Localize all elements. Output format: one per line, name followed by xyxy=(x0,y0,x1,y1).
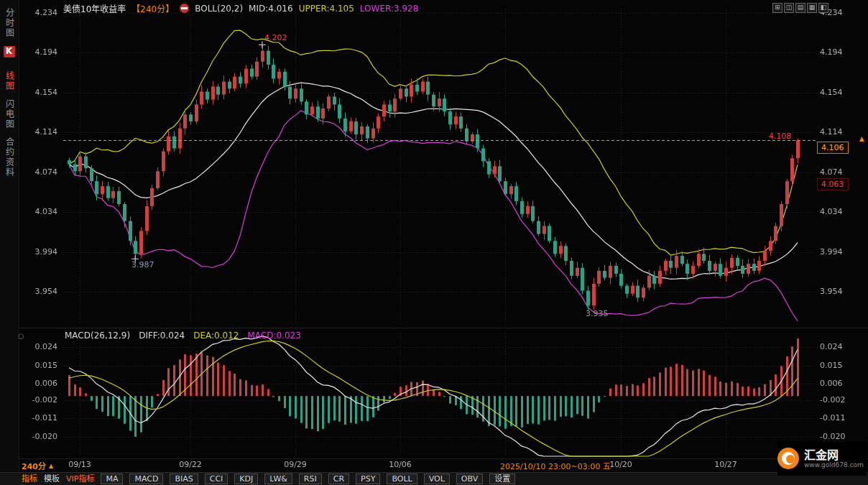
layout-left-icon[interactable]: ◧ xyxy=(818,3,828,13)
macd-dea-value: DEA:0.012 xyxy=(193,331,239,341)
tab-indicator[interactable]: 指标 xyxy=(22,474,37,484)
period-label: 240分 xyxy=(22,460,46,471)
sidebar-item-contract-info[interactable]: 合约资料 xyxy=(4,137,16,177)
tab-macd[interactable]: MACD xyxy=(129,474,163,484)
indicator-toolbar: 指标 模板 VIP指标 MA MACD BIAS CCI KDJ LW& RSI… xyxy=(0,472,868,485)
minus-circle-icon[interactable] xyxy=(180,4,189,13)
tab-cci[interactable]: CCI xyxy=(205,474,228,484)
y-axis-label: 4.074 xyxy=(820,167,863,177)
boll-mid-value: MID:4.016 xyxy=(249,4,293,14)
y-axis-label: 3.994 xyxy=(820,247,863,257)
high-annotation: 4.202 xyxy=(264,33,287,42)
x-axis-label: 09/22 xyxy=(175,460,206,469)
kline-badge: K xyxy=(4,46,15,57)
sidebar-item-label: 合约资料 xyxy=(4,137,14,177)
y-axis-label: 0.006 xyxy=(820,379,863,388)
price-chart-canvas[interactable] xyxy=(0,0,868,485)
macd-indicator-label: MACD(26,12,9) xyxy=(65,331,130,341)
sidebar-item-kline-chart[interactable]: K 线图 xyxy=(4,46,16,91)
y-axis-label: -0.020 xyxy=(820,432,863,441)
y-axis-label: -0.002 xyxy=(820,395,863,405)
y-axis-label: 4.194 xyxy=(820,47,863,57)
tab-boll[interactable]: BOLL xyxy=(387,474,417,484)
y-axis-label: 3.954 xyxy=(820,287,863,296)
x-axis: 240分 ▲ 09/13 09/22 09/29 10/06 10/20 10/… xyxy=(0,460,868,471)
tab-psy[interactable]: PSY xyxy=(356,474,380,484)
x-axis-label: 09/29 xyxy=(280,460,311,469)
tab-cr[interactable]: CR xyxy=(328,474,349,484)
symbol-title: 美债10年收益率 xyxy=(63,2,126,14)
crosshair-date-range: 2025/10/10 23:00~03:00 五 xyxy=(491,460,619,471)
price-arrow-icon: ▲ xyxy=(859,135,864,142)
tab-obv[interactable]: OBV xyxy=(456,474,483,484)
boll-lower-value: LOWER:3.928 xyxy=(360,4,419,14)
x-axis-label: 10/06 xyxy=(384,460,416,469)
period-tag: 【240分】 xyxy=(131,2,174,14)
huijin-logo-icon xyxy=(777,448,799,469)
boll-indicator-label: BOLL(20,2) xyxy=(195,4,243,14)
y-axis-label: 0.015 xyxy=(820,361,863,370)
sidebar-item-tick-chart[interactable]: 闪电图 xyxy=(4,99,16,129)
macd-header: MACD(26,12,9) DIFF:0.024 DEA:0.012 MACD:… xyxy=(65,331,301,341)
brand-text: 汇金网 www.gold678.com xyxy=(804,449,864,468)
y-axis-label: 4.114 xyxy=(820,127,863,137)
left-sidebar: 分时图 K 线图 闪电图 合约资料 xyxy=(0,0,19,471)
y-axis-label: 4.154 xyxy=(820,88,863,97)
x-axis-label: 10/27 xyxy=(710,460,742,469)
trading-terminal: 分时图 K 线图 闪电图 合约资料 美债10年收益率 【240分】 BOLL(2… xyxy=(0,0,868,485)
y-axis-label: -0.011 xyxy=(820,413,863,422)
layout-quad-icon[interactable]: ⊞ xyxy=(772,3,782,13)
y-axis-label: 4.034 xyxy=(820,207,863,216)
tab-vip-indicator[interactable]: VIP指标 xyxy=(66,474,94,484)
macd-xaxis-divider xyxy=(0,458,868,459)
period-selector[interactable]: 240分 ▲ xyxy=(22,460,53,471)
tab-bias[interactable]: BIAS xyxy=(170,474,198,484)
tab-ma[interactable]: MA xyxy=(101,474,123,484)
period-dropdown-icon: ▲ xyxy=(49,463,53,469)
tab-settings[interactable]: 设置 xyxy=(489,474,515,484)
sidebar-item-label: 闪电图 xyxy=(4,99,14,129)
recent-high-annotation: 4.108 xyxy=(769,131,792,141)
window-layout-icons: ⊞ ◫ ▤ ▦ ◧ xyxy=(772,3,828,13)
low-annotation: 3.935 xyxy=(586,309,609,318)
macd-macd-value: MACD:0.023 xyxy=(247,331,300,341)
chart-header: 美债10年收益率 【240分】 BOLL(20,2) MID:4.016 UPP… xyxy=(63,2,418,14)
sidebar-item-time-chart[interactable]: 分时图 xyxy=(4,8,16,38)
tab-rsi[interactable]: RSI xyxy=(299,474,322,484)
layout-grid-icon[interactable]: ▦ xyxy=(807,3,817,13)
current-price-tag: 4.106 xyxy=(817,142,849,154)
sidebar-item-label: 分时图 xyxy=(4,8,14,38)
brand-name: 汇金网 xyxy=(804,449,864,461)
y-axis-label: 0.024 xyxy=(820,342,863,351)
tab-lw[interactable]: LW& xyxy=(264,474,292,484)
sidebar-item-label: 线图 xyxy=(4,71,14,91)
layout-split-icon[interactable]: ◫ xyxy=(784,3,794,13)
x-axis-label: 09/13 xyxy=(64,460,96,469)
macd-diff-value: DIFF:0.024 xyxy=(139,331,185,341)
pane-toggle-icon[interactable]: ○ xyxy=(18,332,24,340)
brand-url: www.gold678.com xyxy=(804,461,864,468)
main-macd-divider xyxy=(0,328,868,328)
low-annotation: 3.987 xyxy=(131,260,154,269)
brand-logo[interactable]: 汇金网 www.gold678.com xyxy=(777,441,867,476)
layout-rows-icon[interactable]: ▤ xyxy=(795,3,805,13)
previous-close-tag: 4.063 xyxy=(817,178,849,190)
tab-template[interactable]: 模板 xyxy=(44,474,60,484)
tab-vol[interactable]: VOL xyxy=(424,474,450,484)
tab-kdj[interactable]: KDJ xyxy=(234,474,258,484)
boll-upper-value: UPPER:4.105 xyxy=(299,4,354,14)
